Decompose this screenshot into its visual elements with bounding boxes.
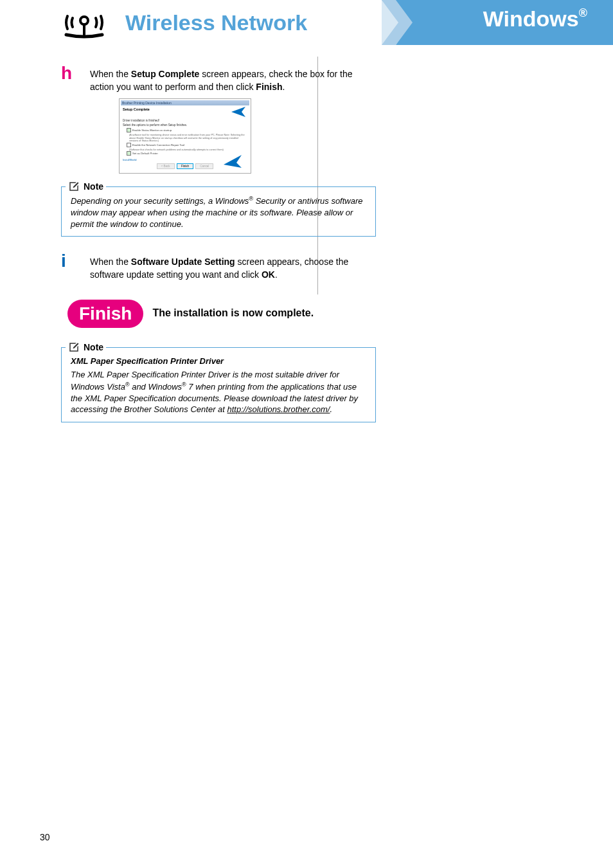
- text: and Windows: [130, 382, 182, 392]
- note-label: Note: [84, 181, 103, 192]
- header-title: Wireless Network: [125, 10, 307, 35]
- text: When the: [90, 69, 131, 79]
- note-box: Note Depending on your security settings…: [61, 186, 376, 237]
- header-platform-area: Windows®: [382, 0, 613, 45]
- dialog-checkbox-row: Enable the Network Connection Repair Too…: [127, 143, 247, 147]
- finish-row: Finish The installation is now complete.: [67, 300, 376, 328]
- solutions-url-link[interactable]: http://solutions.brother.com/: [227, 404, 330, 414]
- finish-bubble: Finish: [67, 300, 143, 328]
- checkbox-label: Set as Default Printer: [132, 152, 158, 155]
- step-i: i When the Software Update Setting scree…: [61, 252, 376, 281]
- step-h-text: When the Setup Complete screen appears, …: [90, 64, 376, 93]
- note-body: XML Paper Specification Printer Driver T…: [62, 356, 375, 422]
- content-column: h When the Setup Complete screen appears…: [0, 45, 414, 422]
- note-box: Note XML Paper Specification Printer Dri…: [61, 347, 376, 422]
- dialog-checkbox-row: Enable Status Monitor on startup: [127, 128, 247, 132]
- text: .: [275, 269, 278, 280]
- platform-label: Windows®: [483, 6, 587, 32]
- platform-name: Windows: [483, 6, 579, 31]
- callout-arrow-icon: [229, 107, 245, 120]
- cancel-button: Cancel: [195, 163, 213, 169]
- dialog-titlebar: Brother Printing Device Installation: [121, 100, 249, 105]
- text-bold: OK: [262, 269, 275, 280]
- callout-arrow-icon: [222, 155, 242, 168]
- checkbox-label: Enable the Network Connection Repair Too…: [132, 143, 184, 146]
- note-body: Depending on your security settings, a W…: [62, 195, 375, 236]
- text: .: [330, 404, 332, 414]
- checkbox-icon: [127, 128, 131, 132]
- step-letter-i: i: [61, 252, 90, 281]
- step-h: h When the Setup Complete screen appears…: [61, 64, 376, 93]
- text: Depending on your security settings, a W…: [71, 197, 249, 206]
- header: Wireless Network Windows®: [0, 0, 613, 45]
- back-button: < Back: [157, 163, 175, 169]
- page: Wireless Network Windows® h When the Set…: [0, 0, 613, 868]
- note-header: Note: [66, 181, 106, 192]
- dialog-line: Select the options to perform when Setup…: [123, 123, 247, 127]
- text-bold: Setup Complete: [131, 69, 200, 79]
- note-icon: [68, 341, 80, 353]
- finish-text: The installation is now complete.: [152, 307, 314, 320]
- svg-marker-8: [224, 155, 242, 168]
- wireless-icon: [61, 6, 107, 39]
- registered-mark: ®: [182, 381, 186, 388]
- text-bold: Finish: [256, 82, 282, 92]
- registered-mark: ®: [125, 381, 130, 388]
- finish-button-highlight: Finish: [177, 163, 193, 169]
- dialog-subtext: (A software tool for monitoring device s…: [129, 134, 247, 143]
- step-letter-h: h: [61, 64, 90, 93]
- dialog-screenshot: Brother Printing Device Installation Set…: [119, 98, 251, 174]
- svg-marker-7: [231, 107, 245, 117]
- checkbox-icon: [127, 143, 131, 147]
- step-i-text: When the Software Update Setting screen …: [90, 252, 376, 281]
- page-number: 30: [40, 832, 50, 842]
- note-header: Note: [66, 341, 106, 353]
- note-label: Note: [84, 342, 103, 352]
- checkbox-icon: [127, 151, 131, 156]
- dialog-body: Setup Complete Driver installation is fi…: [121, 105, 249, 172]
- note-icon: [68, 181, 80, 192]
- text: When the: [90, 257, 131, 267]
- text-bold: Software Update Setting: [131, 257, 235, 267]
- registered-mark: ®: [579, 6, 587, 19]
- note-subtitle: XML Paper Specification Printer Driver: [71, 356, 369, 367]
- text: .: [283, 82, 285, 92]
- checkbox-label: Enable Status Monitor on startup: [132, 129, 172, 132]
